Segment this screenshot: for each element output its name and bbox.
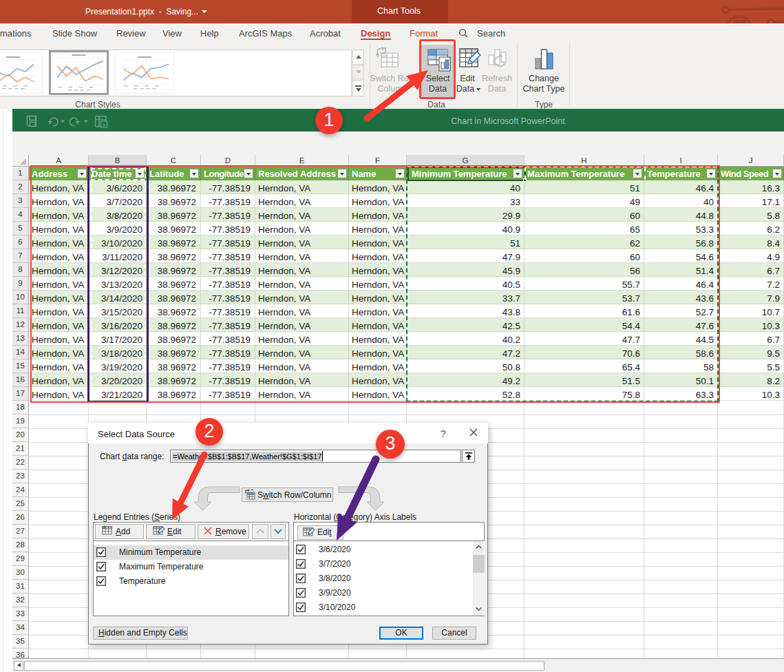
svg-text:x: x — [103, 122, 105, 128]
